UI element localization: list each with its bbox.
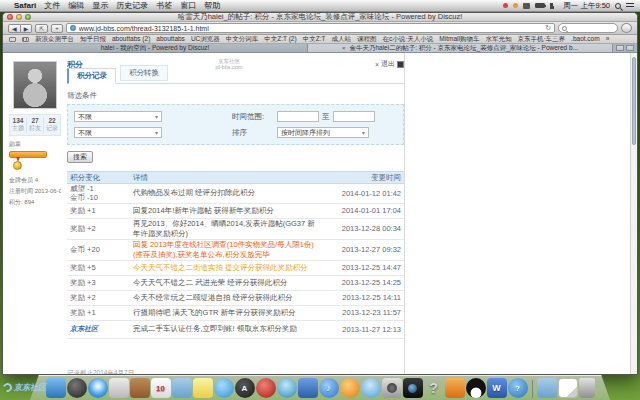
reading-list-icon[interactable] <box>9 37 16 42</box>
credit-type-select[interactable]: 不限 ▾ <box>74 111 162 122</box>
bookmark-item[interactable]: 课程图 <box>357 35 377 44</box>
dock-icon[interactable] <box>193 378 213 398</box>
browser-tab-1[interactable]: halei - 我的空间 - Powered by Discuz! <box>3 44 308 52</box>
dock-icon[interactable]: ♪ <box>319 378 339 398</box>
address-bar[interactable]: www.jd-bbs.com/thread-3132185-1-1.html ↻ <box>66 23 555 33</box>
bookmark-item[interactable]: 知乎日报 <box>80 35 106 44</box>
sponsor-logo[interactable]: 京东社区 <box>70 325 133 334</box>
dock-icon[interactable]: 10 <box>151 378 171 398</box>
date-from-input[interactable] <box>277 111 319 122</box>
medal-icon[interactable] <box>13 161 22 170</box>
detail-link[interactable]: 完成二手车认证任务,立即到账! 领取京东积分奖励 <box>133 324 297 333</box>
menu-item[interactable]: 书签 <box>156 0 172 11</box>
avatar[interactable] <box>13 61 57 109</box>
bookmark-item[interactable]: 在c小说·天人小说 <box>382 35 433 44</box>
detail-link[interactable]: 回复2014年!新年许愿帖 获得新年奖励积分 <box>133 206 274 215</box>
bookmark-item[interactable]: .baot.com <box>571 35 600 44</box>
detail-link[interactable]: 今天不经常玩之二颐堤港自拍 经评分获得此积分 <box>133 293 293 302</box>
table-row[interactable]: 奖励 +2 再见2013、你好2014、晒晒2014,发表许愿帖(GG37 新年… <box>67 219 404 240</box>
table-row[interactable]: 威望 -1 金币 -10 代购物品发布过期 经评分扣除此积分 2014-01-1… <box>67 184 404 204</box>
bookmark-item[interactable]: » <box>606 35 610 44</box>
detail-link[interactable]: 今天天气不错之二 武进光荣 经评分获得此积分 <box>133 278 287 287</box>
new-tab-mini-button[interactable] <box>626 45 634 51</box>
bookmark-item[interactable]: 中文Z:T (2) <box>264 35 296 44</box>
wifi-icon[interactable] <box>550 3 558 9</box>
dock-icon[interactable] <box>130 378 150 398</box>
dock-icon[interactable] <box>214 378 234 398</box>
table-row[interactable]: 奖励 +1 行摄期待吧 满天飞的GTR 新年评分获得奖励积分 2013-12-2… <box>67 306 404 321</box>
dock-icon[interactable] <box>537 378 557 398</box>
tab-credit-exchange[interactable]: 积分转换 <box>120 65 168 81</box>
spotlight-icon[interactable] <box>615 3 621 9</box>
dock-icon[interactable] <box>466 378 486 398</box>
operation-type-select[interactable]: 不限 ▾ <box>74 127 162 138</box>
bookmark-item[interactable]: Mitmall购物车 <box>439 35 479 44</box>
ribbon-badge-icon[interactable] <box>9 151 47 158</box>
date-to-input[interactable] <box>333 111 375 122</box>
back-button[interactable]: ◀ <box>8 24 21 33</box>
dock-icon[interactable] <box>403 378 423 398</box>
menubar-clock[interactable]: 周一 上午9:50 <box>563 1 610 11</box>
bookmark-item[interactable]: abouttabs (2) <box>112 35 150 44</box>
stat-item[interactable]: 134 主题 <box>10 117 27 133</box>
dock-icon[interactable] <box>277 378 297 398</box>
table-row[interactable]: 奖励 +5 今天天气不错之二街道实拍 提交评分获得此奖励积分 2013-12-2… <box>67 261 404 276</box>
dock-icon[interactable] <box>256 378 276 398</box>
mini-avatar[interactable] <box>397 61 404 68</box>
menu-item[interactable]: 帮助 <box>204 0 220 11</box>
table-row[interactable]: 奖励 +1 回复2014年!新年许愿帖 获得新年奖励积分 2014-01-01 … <box>67 204 404 219</box>
scrollbar-thumb[interactable] <box>632 57 636 145</box>
menu-item[interactable]: 窗口 <box>180 0 196 11</box>
display-icon[interactable] <box>523 3 530 9</box>
search-button[interactable]: 搜索 <box>67 151 93 163</box>
battery-icon[interactable] <box>535 3 545 8</box>
detail-link[interactable]: 行摄期待吧 满天飞的GTR 新年评分获得奖励积分 <box>133 308 296 317</box>
detail-link[interactable]: 再见2013、你好2014、晒晒2014,发表许愿帖(GG37 新年许愿奖励积分… <box>133 219 315 238</box>
bookmark-item[interactable]: 成人站 <box>331 35 351 44</box>
top-sites-icon[interactable] <box>22 37 29 42</box>
menu-item[interactable]: 文件 <box>44 0 60 11</box>
logout-link[interactable]: 退出 <box>381 59 395 69</box>
dock-icon[interactable]: W <box>487 378 507 398</box>
dock-icon[interactable] <box>445 378 465 398</box>
forward-button[interactable]: ▶ <box>21 24 33 33</box>
menu-item[interactable]: 显示 <box>92 0 108 11</box>
bookmark-item[interactable]: UC浏览器 <box>191 35 220 44</box>
stat-item[interactable]: 27 好友 <box>27 117 44 133</box>
dock-icon[interactable] <box>46 378 66 398</box>
bookmark-item[interactable]: abouttabs <box>156 35 185 44</box>
bookmark-item[interactable]: 新浪众测平台 <box>35 35 74 44</box>
sort-select[interactable]: 按时间降序排列 ▾ <box>277 127 369 138</box>
close-icon[interactable]: × <box>375 61 379 68</box>
bookmark-item[interactable]: 京东手机·车三界 <box>517 35 565 44</box>
downloads-button[interactable] <box>621 23 632 33</box>
dock-icon[interactable] <box>558 378 578 398</box>
dock-icon[interactable] <box>382 378 402 398</box>
title-bar[interactable]: 哈雷天乃halei_的帖子: 积分 - 京东家电论坛_装修点评_家味论坛 - P… <box>3 13 637 22</box>
window-scrollbar[interactable] <box>630 53 637 374</box>
notification-center-icon[interactable] <box>626 3 634 9</box>
dock-icon[interactable]: A <box>235 378 255 398</box>
menu-item[interactable]: 编辑 <box>68 0 84 11</box>
table-row[interactable]: 奖励 +3 今天天气不错之二 武进光荣 经评分获得此积分 2013-12-25 … <box>67 276 404 291</box>
tab-credit-log[interactable]: 积分记录 <box>67 68 116 84</box>
search-field[interactable] <box>558 23 618 33</box>
dock-icon[interactable] <box>172 378 192 398</box>
bookmark-item[interactable]: 水军光知 <box>485 35 511 44</box>
table-row[interactable]: 金币 +20 回复 2013年度在线社区调查(10件实物奖品/每人限1份)(推荐… <box>67 240 404 261</box>
detail-link[interactable]: 代购物品发布过期 经评分扣除此积分 <box>133 188 255 197</box>
dock-icon[interactable] <box>67 378 87 398</box>
share-button[interactable]: ⇱ <box>35 24 48 33</box>
dock-icon[interactable]: ? <box>424 378 444 398</box>
dock-icon[interactable] <box>109 378 129 398</box>
detail-link[interactable]: 今天天气不错之二街道实拍 提交评分获得此奖励积分 <box>133 263 308 272</box>
dock-icon[interactable] <box>298 378 318 398</box>
reload-icon[interactable]: ↻ <box>545 24 551 32</box>
app-menu-safari[interactable]: Safari <box>14 1 36 10</box>
table-row[interactable]: 奖励 +2 今天不经常玩之二颐堤港自拍 经评分获得此积分 2013-12-25 … <box>67 291 404 306</box>
menu-item[interactable]: 历史记录 <box>116 0 148 11</box>
bookmark-item[interactable]: 中文分词库 <box>226 35 259 44</box>
dock-icon[interactable] <box>88 378 108 398</box>
new-tab-button[interactable]: + <box>51 24 63 33</box>
table-row-sponsor[interactable]: 京东社区 完成二手车认证任务,立即到账! 领取京东积分奖励 2013-11-27… <box>67 321 404 339</box>
